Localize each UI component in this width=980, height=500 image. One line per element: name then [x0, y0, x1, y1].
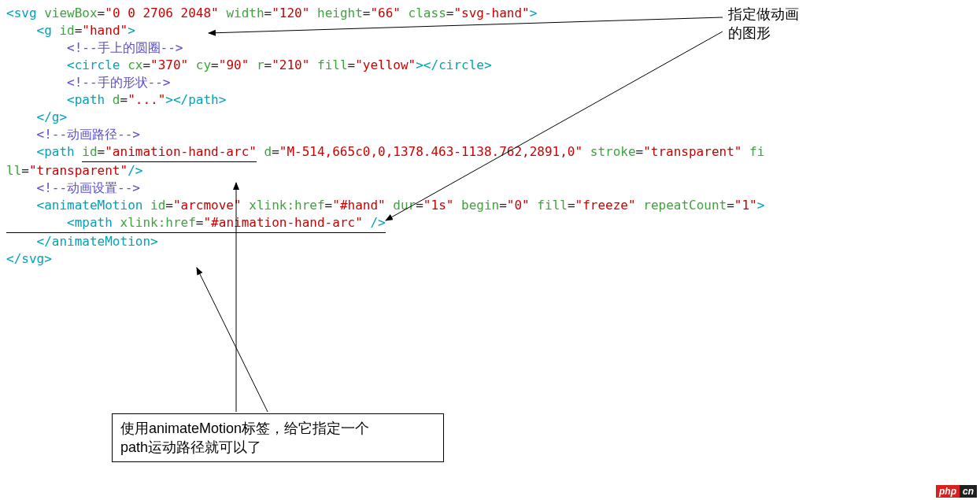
code-token: :href — [158, 215, 196, 230]
code-token: xlink — [242, 198, 287, 213]
code-token: <animateMotion — [6, 198, 150, 213]
code-token: "90" — [219, 57, 250, 72]
code-token: = — [568, 198, 575, 213]
code-token: "1" — [734, 198, 757, 213]
logo: phpcn — [936, 486, 977, 497]
code-block: <svg viewBox="0 0 2706 2048" width="120"… — [6, 5, 764, 268]
code-token: <path — [6, 92, 113, 107]
code-token: = — [348, 57, 356, 72]
code-token: width — [219, 6, 264, 20]
code-token: d — [257, 144, 272, 159]
annotation-text: 指定做动画 — [728, 6, 799, 22]
code-token: = — [325, 198, 333, 213]
code-token: fill — [530, 198, 568, 213]
code-token: = — [264, 6, 272, 20]
code-token: cy — [188, 57, 211, 72]
annotation-text: 使用animateMotion标签，给它指定一个 — [120, 420, 369, 436]
code-token: begin — [453, 198, 499, 213]
code-token: <mpath — [6, 215, 120, 230]
code-token: = — [636, 144, 644, 159]
code-token: r — [249, 57, 264, 72]
code-token: = — [499, 198, 507, 213]
annotation-box: 使用animateMotion标签，给它指定一个 path运动路径就可以了 — [112, 413, 444, 462]
code-token: "1s" — [423, 198, 454, 213]
code-token: <circle — [6, 57, 128, 72]
code-token: = — [98, 144, 105, 159]
annotation-top: 指定做动画 的图形 — [728, 5, 799, 43]
code-token: "120" — [272, 6, 309, 20]
code-token: id — [150, 198, 165, 213]
code-token: "0" — [507, 198, 530, 213]
code-token: "svg-hand" — [453, 6, 529, 20]
code-token: "transparent" — [643, 144, 741, 159]
code-token: d — [113, 92, 120, 107]
code-token: "..." — [128, 92, 165, 107]
code-comment: <!--手的形状--> — [6, 75, 171, 90]
code-token: "#hand" — [332, 198, 385, 213]
logo-left: php — [936, 485, 960, 498]
code-token: ></path> — [165, 92, 226, 107]
code-token: </animateMotion> — [6, 234, 158, 249]
code-comment: <!--手上的圆圈--> — [6, 40, 183, 55]
code-token: </g> — [6, 109, 67, 124]
logo-right: cn — [960, 485, 977, 498]
code-token: /> — [128, 163, 142, 178]
code-token: = — [98, 6, 105, 20]
code-token: :href — [287, 198, 324, 213]
code-token: "hand" — [82, 23, 128, 38]
code-token: = — [142, 57, 150, 72]
code-token: = — [75, 23, 83, 38]
code-token: stroke — [582, 144, 635, 159]
annotation-text: path运动路径就可以了 — [120, 439, 261, 455]
code-token: = — [165, 198, 173, 213]
code-token: repeatCount — [636, 198, 727, 213]
code-token: "66" — [370, 6, 401, 20]
code-token: fill — [309, 57, 347, 72]
code-token: id — [82, 144, 97, 159]
code-token: = — [363, 6, 371, 20]
code-token: id — [59, 23, 74, 38]
code-token: = — [727, 198, 734, 213]
code-token: <svg — [6, 6, 44, 20]
code-token: viewBox — [44, 6, 97, 20]
code-token: > — [530, 6, 538, 20]
svg-line-3 — [197, 268, 268, 412]
code-token: "arcmove" — [173, 198, 242, 213]
code-token: = — [264, 57, 272, 72]
code-token: ll — [6, 163, 21, 178]
code-comment: <!--动画路径--> — [6, 127, 140, 142]
code-token: /> — [363, 215, 386, 230]
code-token: <path — [6, 144, 82, 159]
code-token: = — [211, 57, 219, 72]
code-token: class — [401, 6, 446, 20]
code-token: "transparent" — [29, 163, 128, 178]
code-token: > — [128, 23, 135, 38]
code-token: = — [416, 198, 423, 213]
code-token: "0 0 2706 2048" — [105, 6, 219, 20]
annotation-text: 的图形 — [728, 25, 771, 41]
code-comment: <!--动画设置--> — [6, 180, 140, 195]
code-token: "#animation-hand-arc" — [203, 215, 362, 230]
canvas: <svg viewBox="0 0 2706 2048" width="120"… — [0, 0, 980, 500]
code-token: = — [272, 144, 279, 159]
code-token: "freeze" — [575, 198, 636, 213]
code-token: <g — [6, 23, 59, 38]
code-token: "370" — [150, 57, 188, 72]
code-token: = — [120, 92, 128, 107]
code-token: "yellow" — [355, 57, 416, 72]
code-token: = — [446, 6, 454, 20]
code-token: height — [309, 6, 362, 20]
code-token: fi — [741, 144, 764, 159]
code-token: "M-514,665c0,0,1378.463-1138.762,2891,0" — [279, 144, 582, 159]
code-token: > — [757, 198, 765, 213]
code-token: "animation-hand-arc" — [105, 144, 257, 159]
code-token: cx — [128, 57, 142, 72]
code-token: xlink — [120, 215, 158, 230]
code-token: ></circle> — [416, 57, 491, 72]
code-token: "210" — [272, 57, 309, 72]
code-token: </svg> — [6, 251, 52, 266]
code-token: = — [21, 163, 29, 178]
code-token: dur — [386, 198, 416, 213]
